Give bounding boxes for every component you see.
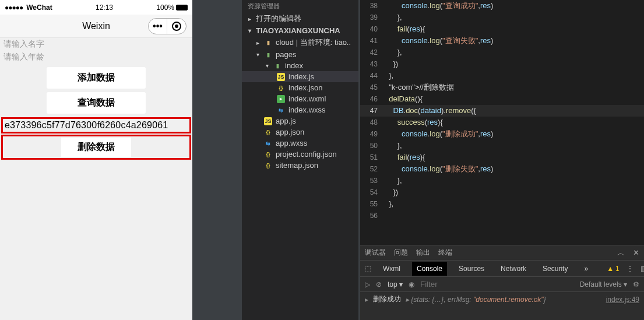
code-text: }, [385, 12, 644, 23]
close-icon[interactable]: ✕ [633, 248, 639, 257]
subtab-network[interactable]: Network [496, 262, 531, 276]
eye-icon[interactable]: ◉ [409, 280, 414, 289]
log-object[interactable]: ▸ {stats: {…}, errMsg: "document.remove:… [406, 296, 546, 304]
context-select[interactable]: top ▾ [388, 280, 403, 289]
subtab-wxml[interactable]: Wxml [378, 262, 405, 276]
code-text [385, 210, 644, 221]
code-editor[interactable]: 38 console.log("查询成功",res)39 },40 fail(r… [360, 0, 644, 245]
kebab-icon[interactable]: ⋮ [627, 265, 634, 273]
name-input[interactable]: 请输入名字 [0, 38, 192, 51]
app-title: Weixin [82, 21, 110, 31]
expand-arrow-icon[interactable]: ▸ [365, 296, 368, 304]
levels-select[interactable]: Default levels ▾ [580, 280, 627, 289]
folder-pages[interactable]: ▮ pages [242, 49, 358, 60]
warnings-badge[interactable]: ▲ 1 [607, 265, 620, 273]
status-bar: ●●●●● WeChat 12:13 100% [0, 0, 192, 15]
clear-icon[interactable]: ⊘ [376, 280, 382, 289]
tab-problems[interactable]: 问题 [394, 248, 408, 258]
filter-input[interactable] [420, 280, 490, 289]
wxss-file-icon: ⇆ [264, 139, 272, 147]
subtab-sources[interactable]: Sources [454, 262, 489, 276]
delete-data-button[interactable]: 删除数据 [61, 138, 131, 157]
folder-cloud[interactable]: ▮ cloud | 当前环境: tiao.. [242, 36, 358, 49]
tab-terminal[interactable]: 终端 [438, 248, 452, 258]
code-text: console.log("查询成功",res) [385, 0, 644, 12]
code-line[interactable]: 56 [360, 210, 644, 221]
battery-text: 100% [156, 3, 174, 12]
file-app-json[interactable]: {} app.json [242, 126, 358, 138]
code-line[interactable]: 49 console.log("删除成功",res) [360, 128, 644, 140]
file-label: index.json [288, 83, 323, 92]
capsule-more-button[interactable]: ••• [149, 19, 167, 34]
dock-icon[interactable]: ▥ [641, 265, 644, 273]
code-line[interactable]: 51 fail(res){ [360, 152, 644, 163]
code-line[interactable]: 46 delData(){ [360, 93, 644, 105]
file-label: app.wxss [276, 139, 307, 147]
inspect-icon[interactable]: ⬚ [365, 265, 371, 273]
folder-icon: ▮ [264, 38, 272, 47]
code-text: fail(res){ [385, 23, 644, 35]
chevron-down-icon [264, 62, 270, 69]
code-text: fail(res){ [385, 152, 644, 163]
code-line[interactable]: 50 }, [360, 140, 644, 152]
chevron-up-icon[interactable]: ︿ [617, 248, 625, 258]
gear-icon[interactable]: ⚙ [633, 280, 639, 289]
log-source-link[interactable]: index.js:49 [606, 296, 639, 304]
log-label: 删除成功 [373, 294, 401, 304]
code-line[interactable]: 41 console.log("查询失败",res) [360, 35, 644, 47]
file-app-wxss[interactable]: ⇆ app.wxss [242, 138, 358, 149]
query-data-button[interactable]: 查询数据 [47, 92, 146, 114]
code-line[interactable]: 55 }, [360, 198, 644, 210]
file-index-wxml[interactable]: ▸ index.wxml [242, 93, 358, 104]
project-root[interactable]: TIAOYAXIANGXUNCHA [242, 25, 358, 36]
code-line[interactable]: 45 "k-com">//删除数据 [360, 82, 644, 93]
subtab-security[interactable]: Security [538, 262, 572, 276]
file-label: index.js [288, 72, 314, 81]
console-log-row: ▸ 删除成功 ▸ {stats: {…}, errMsg: "document.… [360, 292, 644, 307]
subtab-console[interactable]: Console [412, 262, 447, 276]
code-line[interactable]: 38 console.log("查询成功",res) [360, 0, 644, 12]
play-icon[interactable]: ▷ [365, 280, 370, 289]
subtab-more[interactable]: » [579, 262, 593, 276]
carrier-label: WeChat [26, 3, 52, 12]
code-line[interactable]: 43 }) [360, 58, 644, 70]
console-toolbar: ▷ ⊘ top ▾ ◉ Default levels ▾ ⚙ [360, 277, 644, 292]
line-number: 53 [360, 175, 385, 187]
code-line[interactable]: 48 success(res){ [360, 117, 644, 128]
code-line[interactable]: 54 }) [360, 187, 644, 198]
code-line[interactable]: 40 fail(res){ [360, 23, 644, 35]
wxml-file-icon: ▸ [277, 95, 285, 103]
code-line[interactable]: 42 }, [360, 47, 644, 58]
code-line[interactable]: 53 }, [360, 175, 644, 187]
folder-cloud-label: cloud | 当前环境: tiao.. [276, 37, 351, 48]
file-app-js[interactable]: JS app.js [242, 115, 358, 126]
file-project-config[interactable]: {} project.config.json [242, 149, 358, 160]
file-index-wxss[interactable]: ⇆ index.wxss [242, 104, 358, 115]
file-index-js[interactable]: JS index.js [242, 71, 358, 82]
capsule-close-button[interactable] [167, 19, 186, 34]
chevron-right-icon [247, 16, 252, 22]
explorer-header: 资源管理器 [242, 0, 358, 12]
folder-index[interactable]: ▮ index [242, 60, 358, 71]
simulator-panel: ●●●●● WeChat 12:13 100% Weixin ••• 请输入名字… [0, 0, 192, 320]
file-explorer: 资源管理器 打开的编辑器 TIAOYAXIANGXUNCHA ▮ cloud |… [242, 0, 358, 320]
code-text: }, [385, 70, 644, 82]
folder-index-label: index [285, 61, 303, 70]
file-index-json[interactable]: {} index.json [242, 82, 358, 93]
chevron-down-icon [247, 27, 252, 34]
json-file-icon: {} [264, 128, 272, 136]
code-line[interactable]: 52 console.log("删除失败",res) [360, 163, 644, 175]
context-label: top [388, 280, 397, 289]
code-line[interactable]: 39 }, [360, 12, 644, 23]
add-data-button[interactable]: 添加数据 [47, 67, 146, 89]
tab-debugger[interactable]: 调试器 [365, 248, 386, 258]
open-editors-section[interactable]: 打开的编辑器 [242, 12, 358, 25]
code-line[interactable]: 47 DB.doc(dataid).remove({ [360, 105, 644, 117]
line-number: 50 [360, 140, 385, 152]
project-name: TIAOYAXIANGXUNCHA [256, 26, 340, 35]
code-text: }) [385, 187, 644, 198]
age-input[interactable]: 请输入年龄 [0, 51, 192, 64]
tab-output[interactable]: 输出 [416, 248, 430, 258]
file-sitemap[interactable]: {} sitemap.json [242, 160, 358, 171]
code-line[interactable]: 44 }, [360, 70, 644, 82]
